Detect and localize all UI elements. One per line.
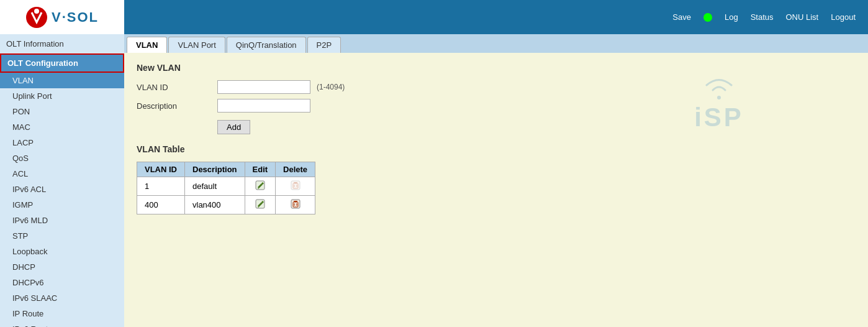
delete-button-2[interactable] [289, 198, 302, 211]
logo-text: V·SOL [52, 9, 99, 25]
vlan-id-cell-1: 1 [137, 177, 185, 196]
log-link[interactable]: Log [725, 12, 738, 22]
vsol-logo-icon [25, 6, 48, 29]
sidebar-item-mac[interactable]: MAC [0, 119, 124, 135]
vlan-id-hint: (1-4094) [317, 83, 345, 91]
content-area: VLAN VLAN Port QinQ/Translation P2P New … [124, 34, 868, 327]
delete-icon-2 [291, 199, 301, 209]
description-row: Description [137, 99, 856, 113]
col-header-vlan-id: VLAN ID [137, 162, 185, 177]
sidebar-item-ipv6-slaac[interactable]: IPv6 SLAAC [0, 290, 124, 306]
delete-cell-2 [276, 196, 315, 214]
edit-cell-2 [245, 196, 276, 214]
vlan-table-section: VLAN Table VLAN ID Description Edit Dele… [137, 144, 856, 214]
sidebar-item-acl[interactable]: ACL [0, 166, 124, 182]
sidebar-item-pon[interactable]: PON [0, 104, 124, 119]
edit-button-2[interactable] [253, 198, 267, 211]
svg-point-1 [34, 9, 39, 14]
vlan-id-input[interactable] [217, 80, 310, 94]
vlan-id-cell-2: 400 [137, 196, 185, 214]
tab-qinq-translation[interactable]: QinQ/Translation [227, 37, 306, 53]
table-row: 1 default [137, 177, 315, 196]
sidebar-item-vlan[interactable]: VLAN [0, 73, 124, 88]
isp-watermark: iSP [694, 71, 744, 132]
col-header-edit: Edit [245, 162, 276, 177]
vlan-table-title: VLAN Table [137, 144, 856, 154]
sidebar-item-ipv6-acl[interactable]: IPv6 ACL [0, 182, 124, 197]
sidebar-item-dhcpv6[interactable]: DHCPv6 [0, 275, 124, 290]
vlan-id-label: VLAN ID [137, 83, 211, 92]
sidebar-olt-config[interactable]: OLT Configuration [0, 53, 124, 73]
delete-icon [291, 180, 301, 190]
edit-button-1[interactable] [253, 180, 267, 193]
tab-vlan-port[interactable]: VLAN Port [168, 37, 225, 53]
vlan-id-row: VLAN ID (1-4094) [137, 80, 856, 94]
description-label: Description [137, 101, 211, 111]
edit-cell-1 [245, 177, 276, 196]
description-cell-1: default [185, 177, 245, 196]
add-button[interactable]: Add [217, 120, 250, 134]
vlan-table: VLAN ID Description Edit Delete 1 defaul… [137, 162, 315, 214]
col-header-delete: Delete [276, 162, 315, 177]
delete-cell-1 [276, 177, 315, 196]
svg-point-16 [717, 96, 721, 99]
sidebar-item-loopback[interactable]: Loopback [0, 244, 124, 259]
edit-icon [255, 180, 265, 190]
sidebar-item-igmp[interactable]: IGMP [0, 197, 124, 213]
wifi-icon [694, 71, 744, 103]
tab-vlan[interactable]: VLAN [127, 37, 167, 53]
status-indicator [703, 13, 712, 22]
sidebar-item-ip-route[interactable]: IP Route [0, 306, 124, 321]
description-input[interactable] [217, 99, 310, 113]
sidebar: OLT Information OLT Configuration VLAN U… [0, 34, 124, 327]
sidebar-olt-info[interactable]: OLT Information [0, 34, 124, 53]
delete-button-1[interactable] [289, 180, 302, 193]
content-body: New VLAN VLAN ID (1-4094) Description Ad… [124, 53, 868, 224]
sidebar-item-ipv6-route[interactable]: IPv6 Route [0, 321, 124, 327]
col-header-description: Description [185, 162, 245, 177]
tab-p2p[interactable]: P2P [307, 37, 341, 53]
sidebar-item-lacp[interactable]: LACP [0, 135, 124, 150]
logo-container: V·SOL [0, 0, 124, 34]
sidebar-item-ipv6-mld[interactable]: IPv6 MLD [0, 213, 124, 228]
sidebar-item-uplink-port[interactable]: Uplink Port [0, 88, 124, 104]
save-button[interactable]: Save [672, 12, 691, 22]
new-vlan-title: New VLAN [137, 63, 856, 73]
description-cell-2: vlan400 [185, 196, 245, 214]
onu-list-link[interactable]: ONU List [786, 12, 819, 22]
logout-link[interactable]: Logout [831, 12, 856, 22]
edit-icon-2 [255, 199, 265, 209]
sidebar-item-stp[interactable]: STP [0, 228, 124, 244]
status-link[interactable]: Status [751, 12, 774, 22]
sidebar-item-qos[interactable]: QoS [0, 150, 124, 166]
isp-watermark-text: iSP [694, 103, 744, 132]
table-row: 400 vlan400 [137, 196, 315, 214]
tab-bar: VLAN VLAN Port QinQ/Translation P2P [124, 34, 868, 53]
sidebar-item-dhcp[interactable]: DHCP [0, 259, 124, 275]
